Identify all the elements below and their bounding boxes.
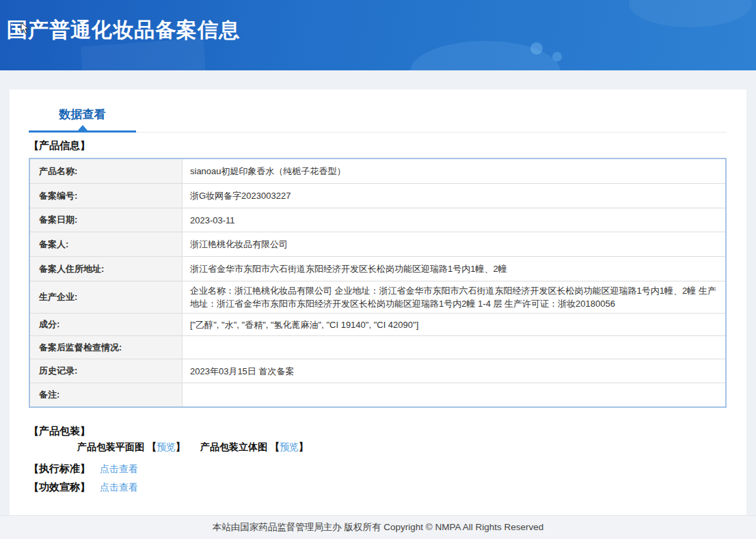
efficacy-claim-line: 【功效宣称】点击查看	[29, 481, 138, 494]
row-value: sianoau初媞印象香水（纯栀子花香型）	[183, 159, 725, 183]
content-card: 数据查看 【产品信息】 产品名称: sianoau初媞印象香水（纯栀子花香型） …	[10, 89, 746, 515]
row-label: 备案人住所地址:	[30, 257, 183, 281]
table-row: 历史记录: 2023年03月15日 首次备案	[30, 359, 725, 383]
footer: 本站由国家药品监督管理局主办 版权所有 Copyright © NMPA All…	[0, 515, 756, 539]
table-row: 备案编号: 浙G妆网备字2023003227	[30, 184, 725, 208]
table-row: 产品名称: sianoau初媞印象香水（纯栀子花香型）	[30, 159, 725, 184]
row-label: 备注:	[30, 383, 183, 406]
efficacy-claim-view-link[interactable]: 点击查看	[100, 482, 138, 493]
tab-divider-line	[136, 132, 727, 133]
page: 国产普通化妆品备案信息 数据查看 【产品信息】 产品名称: sianoau初媞印…	[0, 0, 756, 539]
table-row: 成分: ["乙醇", "水", "香精", "氢化蓖麻油", "CI 19140…	[30, 314, 725, 336]
decorative-dot	[530, 42, 543, 55]
mouse-cursor-icon	[21, 22, 30, 34]
row-label: 成分:	[30, 314, 183, 335]
bracket-open: 【	[270, 441, 280, 452]
row-value: 浙江省金华市东阳市六石街道东阳经济开发区长松岗功能区迎瑞路1号内1幢、2幢	[183, 257, 725, 281]
row-value	[183, 336, 725, 359]
table-row: 备案日期: 2023-03-11	[30, 208, 725, 232]
tab-data-view[interactable]: 数据查看	[29, 107, 136, 122]
table-row: 生产企业: 企业名称：浙江艳桃化妆品有限公司 企业地址：浙江省金华市东阳市六石街…	[30, 281, 725, 314]
footer-copyright-text: 本站由国家药品监督管理局主办 版权所有 Copyright © NMPA All…	[213, 521, 544, 534]
row-label: 历史记录:	[30, 359, 183, 383]
preview-flat-link[interactable]: 预览	[157, 441, 176, 452]
decorative-shape	[629, 0, 752, 27]
row-label: 生产企业:	[30, 281, 183, 313]
packaging-stereo-label: 产品包装立体图	[200, 441, 267, 452]
table-row: 备案后监督检查情况:	[30, 336, 725, 359]
row-label: 备案后监督检查情况:	[30, 336, 183, 359]
row-value: ["乙醇", "水", "香精", "氢化蓖麻油", "CI 19140", "…	[183, 314, 725, 335]
product-info-table: 产品名称: sianoau初媞印象香水（纯栀子花香型） 备案编号: 浙G妆网备字…	[29, 158, 727, 408]
section-title-product-packaging: 【产品包装】	[29, 425, 90, 438]
header-banner: 国产普通化妆品备案信息	[0, 0, 756, 70]
tab-active-underline	[29, 130, 136, 133]
tab-arrow-indicator	[78, 125, 87, 130]
row-value: 浙江艳桃化妆品有限公司	[183, 232, 725, 256]
bracket-close: 】	[176, 441, 185, 452]
page-title: 国产普通化妆品备案信息	[7, 16, 240, 44]
row-value: 2023年03月15日 首次备案	[183, 359, 725, 383]
table-row: 备案人: 浙江艳桃化妆品有限公司	[30, 232, 725, 257]
packaging-stereo-item: 产品包装立体图 【预览】	[200, 441, 308, 454]
table-row: 备注:	[30, 383, 725, 406]
row-label: 备案编号:	[30, 184, 183, 208]
section-title-product-info: 【产品信息】	[29, 139, 90, 152]
section-title-efficacy-claim: 【功效宣称】	[29, 481, 90, 493]
preview-stereo-link[interactable]: 预览	[280, 441, 299, 452]
row-value	[183, 383, 725, 406]
execution-standard-view-link[interactable]: 点击查看	[100, 463, 138, 474]
row-label: 备案人:	[30, 232, 183, 256]
row-value: 企业名称：浙江艳桃化妆品有限公司 企业地址：浙江省金华市东阳市六石街道东阳经济开…	[183, 281, 725, 313]
table-row: 备案人住所地址: 浙江省金华市东阳市六石街道东阳经济开发区长松岗功能区迎瑞路1号…	[30, 257, 725, 281]
row-label: 备案日期:	[30, 208, 183, 232]
bracket-close: 】	[299, 441, 308, 452]
packaging-flat-item: 产品包装平面图 【预览】	[77, 441, 185, 454]
row-label: 产品名称:	[30, 159, 183, 183]
packaging-flat-label: 产品包装平面图	[77, 441, 144, 452]
bracket-open: 【	[147, 441, 157, 452]
row-value: 浙G妆网备字2023003227	[183, 184, 725, 208]
decorative-dot	[552, 52, 562, 61]
section-title-execution-standard: 【执行标准】	[29, 462, 90, 474]
row-value: 2023-03-11	[183, 208, 725, 232]
execution-standard-line: 【执行标准】点击查看	[29, 462, 138, 475]
